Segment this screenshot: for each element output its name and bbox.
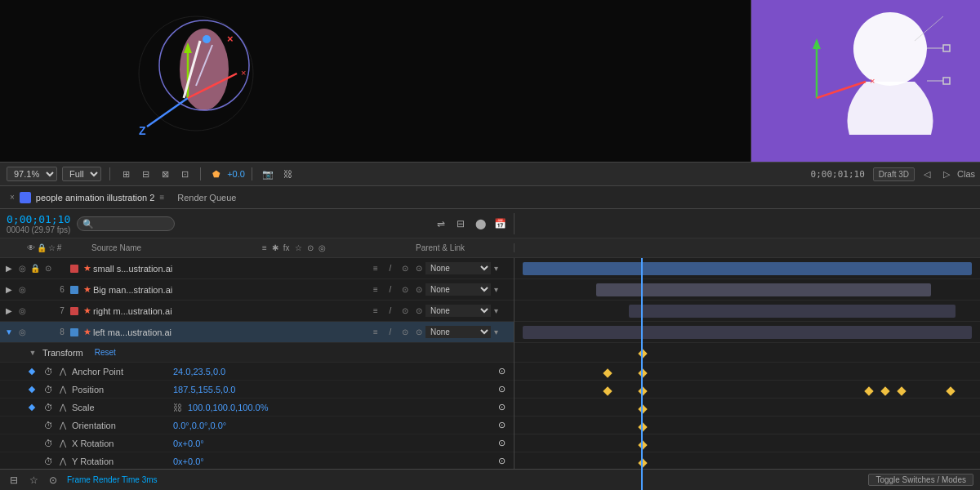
render-queue-tab[interactable]: Render Queue [177, 193, 236, 203]
layer-8-expand[interactable]: ▼ [3, 327, 15, 338]
scale-graph[interactable]: ⋀ [57, 402, 69, 413]
layer-row-5[interactable]: ▶ ◎ 🔒 ⊙ ★ small s...ustration.ai ≡ / ⊙ ⊙ [0, 258, 514, 279]
layer-row-7[interactable]: ▶ ◎ 7 ★ right m...ustration.ai ≡ / ⊙ ⊙ [0, 301, 514, 322]
layer-8-loop[interactable]: ⊙ [399, 327, 411, 338]
layer-7-parent-select[interactable]: None [425, 305, 491, 317]
kf-pos-1[interactable] [603, 368, 612, 377]
layer-6-pen[interactable]: / [385, 284, 396, 296]
pos-loop-icon[interactable]: ⊙ [498, 384, 506, 394]
kf-xrot-1[interactable] [638, 422, 647, 431]
layer-7-3d[interactable]: ≡ [370, 305, 381, 317]
layer-row-8[interactable]: ▼ ◎ 8 ★ left ma...ustration.ai ≡ / ⊙ ⊙ [0, 322, 514, 343]
layer-6-expand[interactable]: ▶ [3, 284, 15, 296]
layer-8-shy[interactable] [42, 327, 54, 338]
layer-8-lock[interactable] [29, 327, 41, 338]
layer-5-3d[interactable]: ≡ [370, 263, 381, 274]
guide-icon[interactable]: ⊠ [158, 167, 172, 181]
kf-zrot-1[interactable] [638, 458, 647, 467]
more-icon[interactable]: Clas [959, 167, 973, 181]
tab-close-icon[interactable]: × [10, 193, 15, 202]
tl-icon-2[interactable]: ⊟ [453, 216, 468, 231]
kf-pos-2[interactable] [638, 368, 647, 377]
layer-6-3d[interactable]: ≡ [370, 284, 381, 296]
scale-value[interactable]: 100.0,100.0,100.0% [188, 403, 268, 412]
layer-5-lock[interactable]: 🔒 [29, 263, 41, 274]
status-icon-2[interactable]: ☆ [26, 473, 41, 488]
scale-stopwatch[interactable]: ⏱ [42, 402, 54, 413]
layer-5-shy[interactable]: ⊙ [42, 263, 54, 274]
pos-graph[interactable]: ⋀ [57, 384, 69, 395]
orient-value[interactable]: 0.0°,0.0°,0.0° [173, 421, 226, 430]
toggle-switches-btn[interactable]: Toggle Switches / Modes [868, 474, 973, 486]
yrot-value[interactable]: 0x+0.0° [173, 457, 204, 466]
plus-icon[interactable]: +0.0 [229, 167, 243, 181]
fit-icon[interactable]: ⊞ [118, 167, 133, 181]
timeline-search[interactable] [77, 216, 175, 231]
pos-kf-nav[interactable] [24, 387, 39, 392]
track-bar-5[interactable] [523, 262, 972, 275]
layer-5-expand[interactable]: ▶ [3, 263, 15, 274]
layer-6-solo[interactable]: ◎ [16, 284, 28, 296]
draft-3d-button[interactable]: Draft 3D [873, 167, 915, 181]
track-bar-7[interactable] [629, 305, 956, 318]
layer-6-lock[interactable] [29, 284, 41, 296]
layer-8-3d[interactable]: ≡ [370, 327, 381, 338]
layer-5-loop[interactable]: ⊙ [399, 263, 411, 274]
status-icon-3[interactable]: ⊙ [46, 473, 60, 488]
transform-reset-btn[interactable]: Reset [95, 348, 116, 357]
grid-icon[interactable]: ⊟ [138, 167, 153, 181]
layer-7-shy[interactable] [42, 305, 54, 317]
comp-tab-menu-icon[interactable]: ≡ [159, 193, 164, 202]
kf-yrot-1[interactable] [638, 440, 647, 449]
chain-icon[interactable]: ⛓ [280, 167, 295, 181]
layer-7-pen[interactable]: / [385, 305, 396, 317]
layer-8-pen[interactable]: / [385, 327, 396, 338]
color-icon[interactable]: ⬟ [209, 167, 224, 181]
anchor-graph[interactable]: ⋀ [57, 366, 69, 377]
tl-icon-3[interactable]: ⬤ [473, 216, 488, 231]
anchor-kf-nav[interactable] [24, 369, 39, 374]
layer-5-pen[interactable]: / [385, 263, 396, 274]
pos-stopwatch[interactable]: ⏱ [42, 384, 54, 395]
kf-scale-2[interactable] [638, 386, 647, 395]
scale-loop-icon[interactable]: ⊙ [498, 402, 506, 412]
layer-7-solo[interactable]: ◎ [16, 305, 28, 317]
kf-scale-4[interactable] [880, 386, 889, 395]
xrot-loop-icon[interactable]: ⊙ [498, 438, 506, 448]
layer-row-6[interactable]: ▶ ◎ 6 ★ Big man...stration.ai ≡ / ⊙ ⊙ [0, 279, 514, 301]
xrot-value[interactable]: 0x+0.0° [173, 439, 204, 448]
anchor-stopwatch[interactable]: ⏱ [42, 366, 54, 377]
layer-6-shy[interactable] [42, 284, 54, 296]
layer-6-loop[interactable]: ⊙ [399, 284, 411, 296]
orient-loop-icon[interactable]: ⊙ [498, 420, 506, 430]
layer-6-parent-select[interactable]: None [425, 283, 491, 296]
tl-icon-4[interactable]: 📅 [492, 216, 507, 231]
layer-7-loop[interactable]: ⊙ [399, 305, 411, 317]
orient-graph[interactable]: ⋀ [57, 420, 69, 431]
status-icon-1[interactable]: ⊟ [7, 473, 21, 488]
comp-tab[interactable]: × people animation illustration 2 ≡ [7, 186, 167, 208]
timeline-timecode[interactable]: 0;00;01;10 [7, 213, 70, 225]
yrot-loop-icon[interactable]: ⊙ [498, 456, 506, 466]
yrot-graph[interactable]: ⋀ [57, 456, 69, 467]
quality-select[interactable]: Full [62, 167, 101, 181]
frame-fwd-icon[interactable]: ▷ [939, 167, 954, 181]
layer-7-lock[interactable] [29, 305, 41, 317]
scale-kf-nav[interactable] [24, 405, 39, 410]
xrot-graph[interactable]: ⋀ [57, 438, 69, 449]
tl-icon-1[interactable]: ⇌ [434, 216, 448, 231]
zoom-select[interactable]: 97.1% [7, 167, 57, 181]
layer-7-expand[interactable]: ▶ [3, 305, 15, 317]
layer-5-solo[interactable]: ◎ [16, 263, 28, 274]
transform-expand[interactable]: ▼ [28, 348, 38, 358]
xrot-stopwatch[interactable]: ⏱ [42, 438, 54, 449]
camera-icon[interactable]: 📷 [261, 167, 275, 181]
anchor-loop-icon[interactable]: ⊙ [498, 366, 506, 376]
kf-anchor-1[interactable] [638, 349, 647, 358]
kf-scale-5[interactable] [897, 386, 906, 395]
layer-8-parent-select[interactable]: None [425, 326, 491, 338]
anchor-value[interactable]: 24.0,23.5,0.0 [173, 367, 225, 376]
frame-back-icon[interactable]: ◁ [920, 167, 934, 181]
track-bar-6[interactable] [596, 283, 931, 296]
kf-scale-1[interactable] [603, 386, 612, 395]
